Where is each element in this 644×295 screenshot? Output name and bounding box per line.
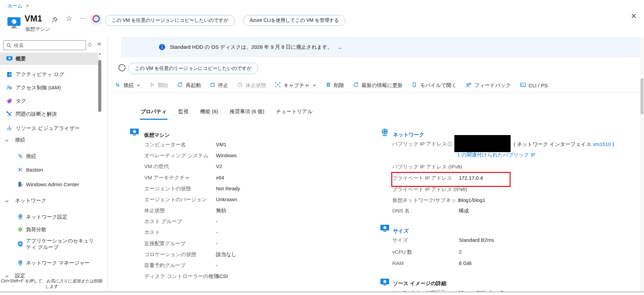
deprecation-banner[interactable]: Standard HDD の OS ディスクは、2028 年 9 月 8 日に廃… xyxy=(121,37,640,57)
more-options-icon[interactable]: … xyxy=(79,13,86,20)
pivot-tabs: プロパティ 監視 機能 (8) 推奨事項 (6 個) チュートリアル xyxy=(140,107,313,120)
sidebar-item-activity-log[interactable]: アクティビティ ログ xyxy=(0,68,98,80)
restart-button[interactable]: 再起動 xyxy=(177,82,201,89)
stop-button[interactable]: 停止 xyxy=(210,82,228,89)
copilot-suggestion-chip[interactable]: この VM を任意のリージョンにコピーしたいのですが xyxy=(128,63,258,74)
toolbar-divider xyxy=(113,92,640,93)
open-in-mobile-button[interactable]: モバイルで開く xyxy=(411,82,456,89)
page-scrollbar-track[interactable] xyxy=(640,37,644,292)
restart-icon xyxy=(177,82,183,89)
dns-configure-link[interactable]: 構成 xyxy=(459,208,469,214)
copilot-outline-icon xyxy=(118,63,126,73)
page-title: VM1 xyxy=(25,14,42,24)
vm-icon xyxy=(7,16,21,30)
banner-arrow-link[interactable]: → xyxy=(337,44,342,50)
access-control-people-icon xyxy=(6,85,13,91)
associated-public-ip-link-row: 1 の関連付けられたパブリック IP xyxy=(457,152,535,159)
tab-tutorials[interactable]: チュートリアル xyxy=(275,107,313,120)
chevron-down-icon xyxy=(136,83,141,88)
network-globe-icon xyxy=(17,213,24,220)
sidebar-item-network-settings[interactable]: ネットワーク設定 xyxy=(0,210,98,223)
copilot-chip-copy-region[interactable]: この VM を任意のリージョンにコピーしたいのですが xyxy=(105,15,235,26)
nic-reference: ( ネットワーク インターフェイス vm1510 ) xyxy=(514,141,614,148)
sidebar-item-load-balancing[interactable]: 負荷分散 xyxy=(0,223,98,235)
mobile-icon xyxy=(411,82,417,89)
sidebar-item-bastion[interactable]: Bastion xyxy=(0,163,98,176)
hibernate-button[interactable]: 休止状態 xyxy=(237,82,266,89)
activity-log-icon xyxy=(6,71,13,78)
search-icon xyxy=(6,43,11,48)
search-input[interactable] xyxy=(13,42,73,48)
tab-properties[interactable]: プロパティ xyxy=(140,107,167,120)
info-icon xyxy=(159,44,165,52)
delete-button[interactable]: 削除 xyxy=(325,82,344,89)
breadcrumb-home-link[interactable]: ホーム xyxy=(8,3,23,9)
associated-public-ip-link[interactable]: 1 の関連付けられたパブリック IP xyxy=(457,152,535,158)
sidebar-item-application-security-groups[interactable]: アプリケーションのセキュリティ グループ xyxy=(0,236,98,251)
sidebar-item-resource-visualizer[interactable]: リソース ビジュアライザー xyxy=(0,122,98,134)
tag-icon xyxy=(6,98,13,104)
sidebar-item-overview[interactable]: 概要 xyxy=(0,53,98,65)
start-icon xyxy=(149,82,155,89)
overview-monitor-icon xyxy=(6,56,13,62)
security-shield-icon xyxy=(17,241,24,247)
source-image-section-icon xyxy=(380,278,390,287)
vm-section-icon xyxy=(130,128,139,137)
connect-button[interactable]: 接続 xyxy=(115,82,141,89)
sidebar-item-connect[interactable]: 接続 xyxy=(0,150,98,162)
cli-ps-button[interactable]: CLI / PS xyxy=(520,82,548,89)
chevron-down-icon xyxy=(5,274,9,278)
chevron-down-icon xyxy=(5,138,9,142)
sidebar-collapse-icon[interactable]: « xyxy=(98,40,101,47)
refresh-button[interactable]: 最新の情報に更新 xyxy=(353,82,403,89)
sidebar-scrollbar-thumb[interactable] xyxy=(98,60,101,112)
favorite-star-icon[interactable]: ☆ xyxy=(66,14,72,23)
copilot-chip-cli-manage[interactable]: Azure CLIを使用してこの VM を管理する xyxy=(243,15,346,26)
chevron-down-icon xyxy=(312,83,317,88)
connect-icon xyxy=(115,82,121,89)
bottom-edge-divider xyxy=(0,292,644,292)
feedback-button[interactable]: フィードバック xyxy=(466,82,511,89)
tab-monitoring[interactable]: 監視 xyxy=(178,107,189,120)
hibernate-clock-icon xyxy=(237,82,243,89)
copilot-button[interactable] xyxy=(91,14,101,25)
sidebar-group-networking[interactable]: ネットワーク xyxy=(0,194,98,207)
close-icon[interactable]: × xyxy=(631,11,636,21)
main-content: Standard HDD の OS ディスクは、2028 年 9 月 8 日に廃… xyxy=(108,37,644,292)
page-scrollbar-thumb[interactable] xyxy=(641,78,643,114)
sidebar-item-access-control[interactable]: アクセス制御 (IAM) xyxy=(0,82,98,94)
network-section-title: ネットワーク xyxy=(393,132,424,138)
copilot-logo-icon xyxy=(92,15,100,24)
sidebar-item-network-manager[interactable]: ネットワーク マネージャー xyxy=(0,256,98,269)
windows-admin-center-icon xyxy=(17,181,24,188)
tab-capabilities[interactable]: 機能 (8) xyxy=(200,107,219,120)
sidebar-expander-icon[interactable]: ◇ xyxy=(88,41,92,47)
vm-section-title: 仮想マシン xyxy=(144,132,170,138)
vnet-link[interactable]: blog1/blog1 xyxy=(459,197,485,203)
sidebar-group-connect[interactable]: 接続 xyxy=(0,134,98,146)
pin-icon[interactable] xyxy=(51,16,58,25)
capture-button[interactable]: キャプチャ xyxy=(275,82,317,89)
source-image-section-title: ソース イメージの詳細 xyxy=(393,280,446,287)
nic-link[interactable]: vm1510 xyxy=(593,141,611,147)
info-icon[interactable] xyxy=(448,142,452,148)
capture-icon xyxy=(275,82,281,89)
breadcrumb: ホーム > xyxy=(8,3,29,9)
sidebar-item-diagnose-solve[interactable]: 問題の診断と解決 xyxy=(0,108,98,120)
load-balancer-icon xyxy=(17,226,24,233)
banner-text: Standard HDD の OS ディスクは、2028 年 9 月 8 日に廃… xyxy=(170,44,332,50)
start-button[interactable]: 開始 xyxy=(149,82,168,89)
tab-recommendations[interactable]: 推奨事項 (6 個) xyxy=(229,107,265,120)
delete-trash-icon xyxy=(325,82,331,89)
redacted-public-ip xyxy=(454,135,511,152)
scroll-up-icon[interactable]: ▲ xyxy=(98,52,101,55)
chevron-down-icon xyxy=(5,198,9,203)
refresh-icon xyxy=(353,82,359,89)
bastion-icon xyxy=(17,166,24,173)
private-ip-value: 172.17.0.4 xyxy=(459,175,483,181)
feedback-icon xyxy=(466,82,472,89)
sidebar-item-tags[interactable]: タグ xyxy=(0,95,98,107)
sidebar-item-windows-admin-center[interactable]: Windows Admin Center xyxy=(0,177,98,192)
page-subtitle: 仮想マシン xyxy=(25,26,50,32)
command-toolbar: 接続 開始 再起動 停止 休止状態 キャプチャ 削除 xyxy=(115,80,548,90)
